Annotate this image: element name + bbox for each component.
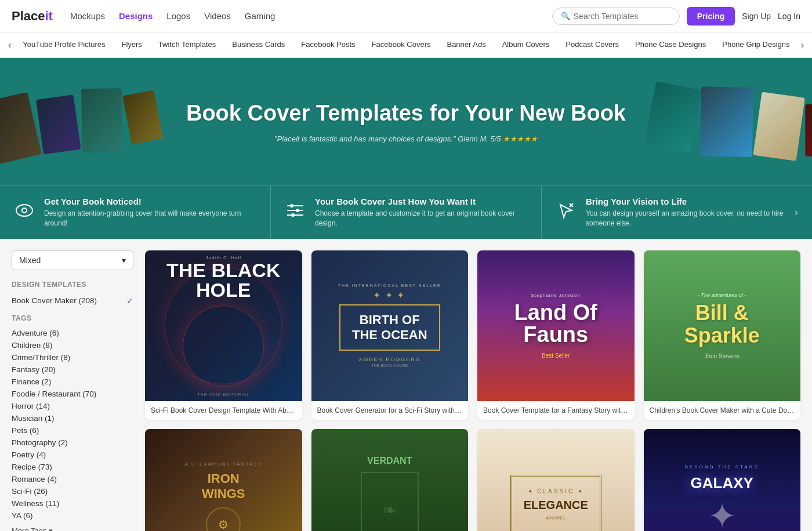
cover-title-7: ELEGANCE	[524, 498, 588, 512]
tag-crime-thriller[interactable]: Crime/Thriller (8)	[12, 351, 133, 363]
grid-area: Judith C. Hall THE BLACKHOLE THE VOID ED…	[145, 250, 800, 531]
eye-icon	[14, 200, 35, 225]
book-cover-scifi1: Judith C. Hall THE BLACKHOLE THE VOID ED…	[145, 250, 302, 401]
cover-pre-4: - The adventures of -	[684, 292, 760, 298]
chevron-right-icon[interactable]: ›	[795, 206, 798, 219]
book-card-title-1: Sci-Fi Book Cover Design Template With A…	[145, 401, 302, 420]
book-card-title-2: Book Cover Generator for a Sci-Fi Story …	[311, 401, 469, 420]
hero-quote-text: "Placeit is fantastic and has many choic…	[274, 134, 456, 143]
tag-ya[interactable]: YA (6)	[12, 510, 133, 522]
cover-icon-8: ✦	[685, 496, 759, 531]
cover-sub-3: Best Seller	[514, 352, 597, 359]
nav-videos[interactable]: Videos	[204, 11, 231, 21]
cat-flyers[interactable]: Flyers	[113, 32, 150, 58]
hero-quote: "Placeit is fantastic and has many choic…	[186, 134, 626, 143]
cat-arrow-left[interactable]: ‹	[5, 40, 14, 50]
cover-sub-8: BEYOND THE STARS	[685, 464, 759, 470]
book-card-8[interactable]: BEYOND THE STARS GALAXY ✦ NOVA PRESS Spa…	[644, 429, 801, 531]
more-tags-button[interactable]: More Tags ▾	[12, 526, 133, 531]
tag-recipe[interactable]: Recipe (73)	[12, 461, 133, 473]
feature-desc-3: You can design yourself an amazing book …	[586, 209, 785, 228]
tag-horror[interactable]: Horror (14)	[12, 400, 133, 412]
cover-intl-2: THE INTERNATIONAL BEST SELLER	[338, 283, 441, 288]
search-input[interactable]	[574, 12, 671, 21]
tag-poetry[interactable]: Poetry (4)	[12, 449, 133, 461]
cover-ornate-2: ✦ ✦ ✦	[338, 291, 441, 300]
hero-quote-author: Glenn M. 5/5	[458, 134, 501, 143]
cat-twitch[interactable]: Twitch Templates	[150, 32, 224, 58]
login-button[interactable]: Log In	[778, 12, 800, 21]
feature-title-3: Bring Your Vision to Life	[586, 197, 785, 206]
navbar: Placeit Mockups Designs Logos Videos Gam…	[0, 0, 812, 32]
search-icon: 🔍	[561, 12, 570, 20]
tag-romance[interactable]: Romance (4)	[12, 473, 133, 485]
nav-links: Mockups Designs Logos Videos Gaming	[70, 11, 275, 21]
feature-text-3: Bring Your Vision to Life You can design…	[586, 197, 785, 228]
cover-author-3: Stephanie Johnson	[514, 293, 597, 298]
tag-photography[interactable]: Photography (2)	[12, 437, 133, 449]
feature-text-1: Get Your Book Noticed! Design an attenti…	[44, 197, 256, 228]
pricing-button[interactable]: Pricing	[687, 7, 735, 26]
nav-designs[interactable]: Designs	[119, 11, 153, 21]
book-card-4[interactable]: - The adventures of - Bill &Sparkle Jhon…	[644, 250, 801, 420]
chevron-down-icon-tags: ▾	[49, 526, 53, 531]
tag-fantasy[interactable]: Fantasy (20)	[12, 363, 133, 376]
book-cover-scifi2: THE INTERNATIONAL BEST SELLER ✦ ✦ ✦ BIRT…	[311, 250, 469, 401]
sliders-icon	[285, 200, 306, 225]
book-card-6[interactable]: VERDANT ❧ Green Book Cover Template with…	[311, 429, 469, 531]
chevron-down-icon: ▾	[122, 256, 126, 265]
tag-finance[interactable]: Finance (2)	[12, 376, 133, 388]
cat-podcast-covers[interactable]: Podcast Covers	[557, 32, 627, 58]
feature-item-2: Your Book Cover Just How You Want It Cho…	[271, 186, 542, 239]
cat-arrow-right[interactable]: ›	[798, 40, 807, 50]
nav-gaming[interactable]: Gaming	[245, 11, 276, 21]
cover-author-2: AMBER RODGERS	[338, 357, 441, 362]
cat-banner-ads[interactable]: Banner Ads	[438, 32, 494, 58]
hero-stars: ★★★★★	[503, 134, 538, 143]
tag-foodie[interactable]: Foodie / Restaurant (70)	[12, 388, 133, 400]
cat-phone-grip[interactable]: Phone Grip Designs	[714, 32, 797, 58]
cat-album-covers[interactable]: Album Covers	[494, 32, 558, 58]
signup-button[interactable]: Sign Up	[742, 12, 771, 21]
cat-items: YouTube Profile Pictures Flyers Twitch T…	[14, 32, 797, 58]
book-cover-maker-item[interactable]: Book Cover Maker (208) ✓	[12, 294, 133, 307]
book-card-5[interactable]: A STEAMPUNK FANTASY IRONWINGS ⚙ Steampun…	[145, 429, 302, 531]
tag-musician[interactable]: Musician (1)	[12, 412, 133, 424]
search-box[interactable]: 🔍	[552, 8, 680, 25]
logo[interactable]: Placeit	[12, 9, 53, 24]
cat-business-cards[interactable]: Business Cards	[224, 32, 293, 58]
tag-pets[interactable]: Pets (6)	[12, 424, 133, 437]
cover-text-6: VERDANT ❧	[361, 456, 419, 531]
cover-text-steampunk: A STEAMPUNK FANTASY IRONWINGS ⚙	[185, 461, 262, 532]
cover-pub-2: THE BOOK HOUSE	[338, 363, 441, 368]
book-card-3[interactable]: Stephanie Johnson Land OfFauns Best Sell…	[477, 250, 635, 420]
cat-phone-case[interactable]: Phone Case Designs	[627, 32, 714, 58]
cover-border-2: BIRTH OFTHE OCEAN	[339, 304, 440, 351]
more-tags-label: More Tags	[12, 526, 46, 531]
cover-text-fantasy: Stephanie Johnson Land OfFauns Best Sell…	[514, 293, 597, 359]
nav-logos[interactable]: Logos	[166, 11, 190, 21]
cat-facebook-posts[interactable]: Facebook Posts	[293, 32, 363, 58]
svg-point-6	[296, 209, 299, 212]
hero-deco-right	[644, 58, 812, 186]
book-card-1[interactable]: Judith C. Hall THE BLACKHOLE THE VOID ED…	[145, 250, 302, 420]
cover-author-4: Jhon Stevens	[684, 353, 760, 359]
book-grid: Judith C. Hall THE BLACKHOLE THE VOID ED…	[145, 250, 800, 531]
cat-facebook-covers[interactable]: Facebook Covers	[364, 32, 439, 58]
tag-wellness[interactable]: Wellness (11)	[12, 497, 133, 510]
sort-dropdown[interactable]: Mixed ▾	[12, 250, 133, 270]
cursor-icon	[556, 200, 577, 225]
cover-text-childrens: - The adventures of - Bill &Sparkle Jhon…	[684, 292, 760, 359]
cover-title-6: VERDANT	[361, 456, 419, 466]
book-card-2[interactable]: THE INTERNATIONAL BEST SELLER ✦ ✦ ✦ BIRT…	[311, 250, 469, 420]
book-card-7[interactable]: ✦ CLASSIC ✦ ELEGANCE A NOVEL Ornate Book…	[477, 429, 635, 531]
checkmark-icon: ✓	[126, 296, 133, 305]
cat-youtube-profile[interactable]: YouTube Profile Pictures	[14, 32, 113, 58]
tags-label: Tags	[12, 314, 133, 322]
nav-mockups[interactable]: Mockups	[70, 11, 105, 21]
feature-item-3: Bring Your Vision to Life You can design…	[542, 186, 812, 239]
feature-title-2: Your Book Cover Just How You Want It	[315, 197, 527, 206]
tag-children[interactable]: Children (8)	[12, 339, 133, 351]
tag-adventure[interactable]: Adventure (6)	[12, 327, 133, 339]
tag-scifi[interactable]: Sci-Fi (26)	[12, 485, 133, 497]
